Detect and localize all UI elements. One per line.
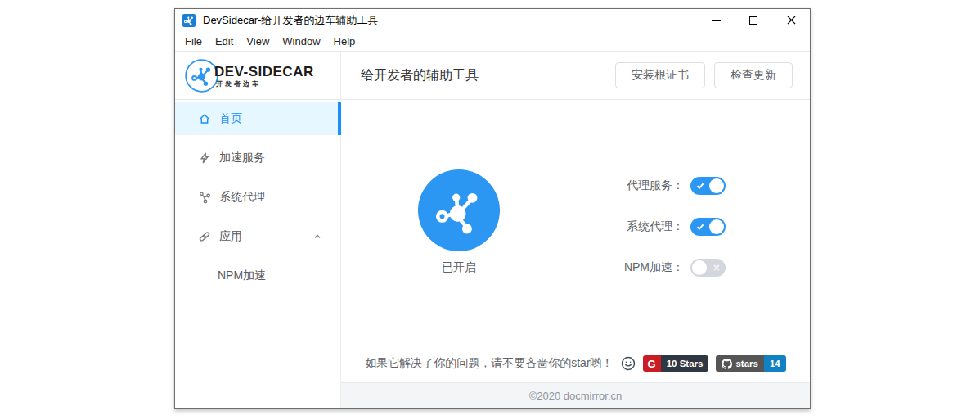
app-window: DevSidecar-给开发者的边车辅助工具 File Edit View Wi… [174,8,811,409]
brand-subtitle: 开发者边车 [216,79,314,88]
npm-acceleration-toggle[interactable] [690,259,726,277]
github-stars-count: 14 [764,355,786,372]
sidebar-item-label: 加速服务 [219,151,265,165]
chevron-up-icon [312,232,322,242]
system-proxy-toggle[interactable] [690,218,726,236]
install-root-cert-button[interactable]: 安装根证书 [615,62,705,88]
link-icon [198,230,211,243]
brand-header: DEV-SIDECAR 开发者边车 [175,52,340,100]
gitee-stars-badge[interactable]: G 10 Stars [643,355,709,372]
menu-edit[interactable]: Edit [209,33,240,50]
proxy-service-toggle[interactable] [690,177,726,195]
proxy-service-label: 代理服务： [594,178,684,193]
toggle-knob [692,260,707,275]
service-status: 已开启 [418,169,500,275]
menu-file[interactable]: File [178,33,209,50]
status-circle-button[interactable] [418,169,500,251]
share-nodes-icon [198,191,211,204]
lightning-icon [198,151,211,165]
maximize-icon [749,16,757,25]
sidebar-item-home[interactable]: 首页 [175,102,340,135]
title-bar: DevSidecar-给开发者的边车辅助工具 [175,9,810,32]
home-icon [198,112,211,125]
close-icon [787,13,796,28]
sidebar-item-label: NPM加速 [218,269,266,283]
switch-group: 代理服务： 系统代理： NPM加速： [594,177,726,300]
maximize-button[interactable] [735,9,772,32]
menu-view[interactable]: View [240,33,276,50]
menu-bar: File Edit View Window Help [175,32,810,52]
menu-window[interactable]: Window [276,33,326,50]
github-badge-label: stars [735,359,758,368]
sidebar-item-acceleration[interactable]: 加速服务 [175,142,340,174]
sidebar-item-npm-acceleration[interactable]: NPM加速 [175,260,340,292]
gitee-stars-count: 10 Stars [661,355,709,372]
minimize-button[interactable] [697,9,735,32]
minimize-icon [712,20,721,21]
npm-acceleration-label: NPM加速： [594,260,684,275]
window-controls [697,9,810,32]
sidebar-item-label: 首页 [219,111,242,126]
toggle-knob [709,219,724,234]
sidebar-menu: 首页 加速服务 系统代理 [175,100,340,299]
sidebar-item-label: 应用 [219,229,242,244]
github-stars-badge[interactable]: stars 14 [716,355,785,372]
close-button[interactable] [772,9,810,32]
brand-title: DEV-SIDECAR [214,65,314,79]
sidebar-item-label: 系统代理 [219,190,265,205]
sidebar-item-apps[interactable]: 应用 [175,220,340,253]
footer: ©2020 docmirror.cn [341,382,810,408]
star-callout: 如果它解决了你的问题，请不要吝啬你的star哟！ G 10 Stars [341,355,810,372]
gitee-icon: G [643,355,661,372]
check-icon [696,218,704,236]
check-update-button[interactable]: 检查更新 [714,62,793,88]
toggle-knob [709,178,724,193]
check-icon [696,177,704,195]
page-title: 给开发者的辅助工具 [361,67,479,84]
molecule-icon [432,183,486,237]
x-icon [713,259,721,277]
page-header: 给开发者的辅助工具 安装根证书 检查更新 [341,52,810,100]
smiley-icon [621,356,636,371]
sidebar-item-system-proxy[interactable]: 系统代理 [175,181,340,214]
github-icon [722,359,732,369]
sidebar: DEV-SIDECAR 开发者边车 首页 加速服务 [175,52,341,408]
copyright-text: ©2020 docmirror.cn [529,390,623,402]
main-panel: 给开发者的辅助工具 安装根证书 检查更新 [341,52,810,408]
menu-help[interactable]: Help [327,33,362,50]
home-content: 已开启 代理服务： 系统代理： [341,100,810,382]
status-label: 已开启 [418,260,500,275]
system-proxy-label: 系统代理： [594,219,684,234]
window-title: DevSidecar-给开发者的边车辅助工具 [203,13,379,28]
star-message: 如果它解决了你的问题，请不要吝啬你的star哟！ [365,356,613,371]
app-logo-icon [182,14,196,27]
